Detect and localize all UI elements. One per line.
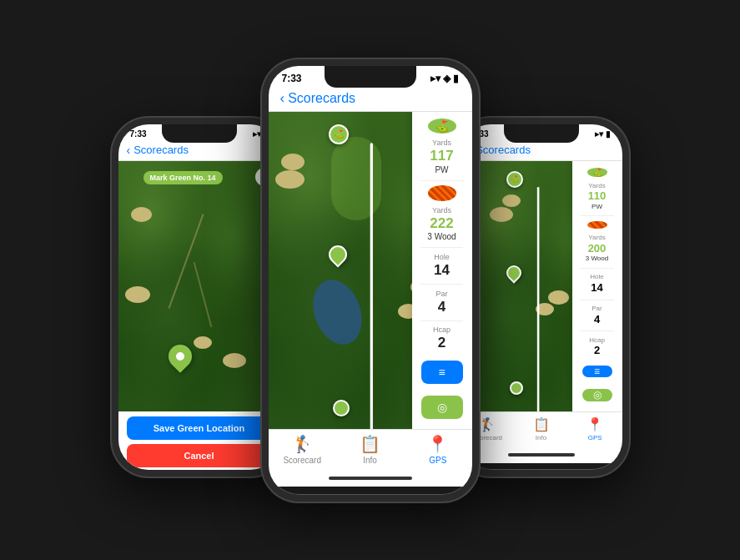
- bottom-marker-right: [510, 381, 523, 395]
- info-panel-center: ⛳ Yards 117 PW Yards 222 3 Wood: [412, 112, 472, 429]
- par-right: Par 4: [591, 305, 602, 325]
- hole-center: Hole 14: [434, 253, 450, 279]
- signal-icon: ▸▾: [430, 73, 440, 84]
- tab-gps-right[interactable]: 📍 GPS: [568, 416, 622, 441]
- tab-info-center[interactable]: 📋 Info: [336, 434, 404, 465]
- mid-marker-center: [329, 245, 347, 264]
- info-label-center: Info: [363, 456, 377, 465]
- notch-right: [504, 124, 579, 143]
- phones-container: 7:33 ▸▾ ▮ ‹ Scorecards Mark Green No: [0, 0, 740, 560]
- tab-bar-right: 🏌 Scorecard 📋 Info 📍 GPS: [461, 411, 622, 446]
- pin-icon-right: ⛳: [587, 168, 607, 177]
- hcap-center: Hcap 2: [433, 325, 451, 351]
- bottom-marker-center: [333, 400, 350, 416]
- bunker: [275, 170, 305, 189]
- divider2: [420, 247, 463, 248]
- yards-1-right: Yards 110 PW: [588, 182, 607, 211]
- phone-right: 7:33 ▸▾ ▮ ‹ Scorecards: [454, 118, 629, 477]
- divider3: [420, 284, 463, 285]
- yards-2-center: Yards 222 3 Wood: [427, 206, 456, 242]
- bunker: [490, 207, 513, 222]
- info-icon-center: 📋: [360, 434, 380, 454]
- hcap-right: Hcap 2: [589, 336, 605, 357]
- back-arrow-left[interactable]: ‹: [127, 144, 131, 157]
- bunker: [502, 194, 521, 207]
- fairway: [331, 137, 381, 220]
- stripe-icon-center: [428, 185, 456, 201]
- cancel-button[interactable]: Cancel: [127, 444, 272, 467]
- bunker: [548, 290, 569, 305]
- bunker: [194, 336, 212, 349]
- home-indicator-center: [269, 470, 472, 487]
- scorecard-icon-right: 🏌: [479, 416, 496, 432]
- gps-button-center[interactable]: ◎: [421, 396, 463, 419]
- nav-title-right[interactable]: Scorecards: [476, 144, 531, 156]
- info-icon-right: 📋: [533, 416, 550, 432]
- gps-button-right[interactable]: ◎: [582, 389, 612, 401]
- top-pin-right: ⛳: [506, 171, 523, 188]
- bunker: [536, 303, 554, 315]
- battery-icon-right: ▮: [606, 129, 611, 139]
- bunker: [131, 207, 152, 222]
- notch-center: [325, 66, 416, 88]
- divider1: [420, 180, 463, 181]
- yards-2-right: Yards 200 3 Wood: [586, 234, 608, 263]
- location-label-left: Mark Green No. 14: [143, 171, 223, 184]
- phone-left: 7:33 ▸▾ ▮ ‹ Scorecards Mark Green No: [112, 118, 287, 477]
- map-area-center[interactable]: ⛳ ▲ ⛳ Yards 117: [269, 112, 472, 429]
- home-bar-right: [508, 453, 575, 457]
- info-panel-right: ⛳ Yards 110 PW Yards 200 3 Wood Hole: [572, 161, 622, 411]
- mid-marker-right: [506, 265, 521, 280]
- tab-scorecard-center[interactable]: 🏌 Scorecard: [269, 434, 336, 465]
- path: [168, 214, 204, 308]
- tab-bar-center: 🏌 Scorecard 📋 Info 📍 GPS: [269, 429, 472, 470]
- notch-left: [162, 124, 237, 143]
- map-bg-left: [118, 161, 280, 411]
- home-bar-center: [329, 477, 412, 480]
- status-icons-center: ▸▾ ◈ ▮: [430, 73, 459, 84]
- time-center: 7:33: [282, 73, 302, 84]
- back-arrow-center[interactable]: ‹: [280, 90, 285, 107]
- top-pin-center: ⛳: [329, 124, 349, 144]
- gps-icon-center: 📍: [427, 434, 448, 454]
- nav-bar-left: ‹ Scorecards: [118, 140, 280, 161]
- gps-label-center: GPS: [429, 456, 446, 465]
- path: [193, 262, 212, 327]
- scorecard-icon-center: 🏌: [292, 434, 313, 454]
- menu-button-right[interactable]: ≡: [582, 366, 612, 377]
- wifi-icon-center: ◈: [443, 73, 451, 84]
- bunker: [125, 286, 150, 303]
- pond-center: [304, 273, 370, 351]
- bottom-buttons: Save Green Location Cancel: [118, 411, 280, 472]
- gps-icon-right: 📍: [586, 416, 603, 432]
- wifi-icon-right: ▸▾: [595, 129, 603, 139]
- pin-icon-center: ⛳: [428, 119, 456, 134]
- tab-info-right[interactable]: 📋 Info: [514, 416, 568, 441]
- info-label-right: Info: [536, 434, 546, 441]
- divider4: [420, 320, 463, 321]
- bunker: [223, 353, 246, 368]
- battery-icon-center: ▮: [453, 73, 459, 84]
- hole-right: Hole 14: [590, 273, 603, 294]
- bunker: [281, 154, 305, 170]
- map-area-left[interactable]: Mark Green No. 14 ▲ 📍: [118, 161, 280, 411]
- tab-gps-center[interactable]: 📍 GPS: [404, 434, 471, 465]
- stripe-icon-right: [587, 221, 607, 230]
- home-indicator-right: [461, 446, 622, 463]
- nav-title-left[interactable]: Scorecards: [133, 144, 189, 156]
- scorecard-label-center: Scorecard: [283, 456, 321, 465]
- nav-title-center[interactable]: Scorecards: [288, 91, 355, 106]
- status-icons-right: ▸▾ ▮: [595, 129, 611, 139]
- yards-1-center: Yards 117 PW: [430, 139, 453, 174]
- nav-bar-right: ‹ Scorecards: [461, 140, 622, 161]
- wifi-icon: ▸▾: [253, 129, 261, 139]
- time-left: 7:33: [130, 129, 147, 139]
- nav-bar-center: ‹ Scorecards: [269, 86, 472, 112]
- phone-center: 7:33 ▸▾ ◈ ▮ ‹ Scorecards: [262, 59, 479, 502]
- map-area-right[interactable]: ⛳ ▲ ⛳ Yards 110 PW: [461, 161, 622, 411]
- tab-bar-left: 🏌 Scorecard 📋 Info 📍 GPS: [118, 472, 280, 477]
- gps-label-right: GPS: [588, 434, 602, 441]
- par-center: Par 4: [435, 290, 447, 315]
- save-green-button[interactable]: Save Green Location: [127, 416, 272, 440]
- menu-button-center[interactable]: ≡: [421, 361, 463, 384]
